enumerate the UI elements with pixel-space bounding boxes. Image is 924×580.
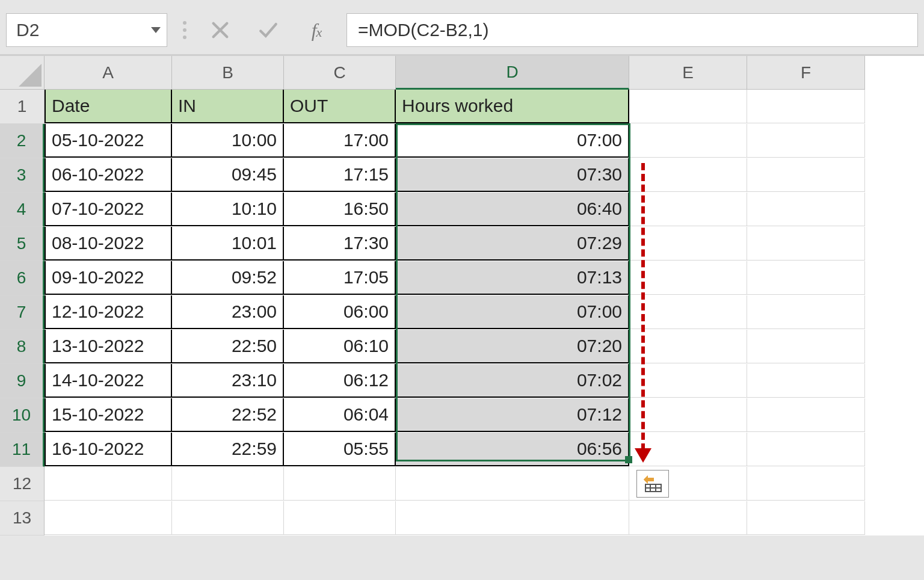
row-header-5[interactable]: 5 (0, 227, 45, 261)
cell-F5[interactable] (747, 227, 865, 261)
cell-E6[interactable] (629, 261, 747, 295)
cell-D10[interactable]: 07:12 (396, 398, 629, 432)
row-header-12[interactable]: 12 (0, 467, 45, 501)
row-header-6[interactable]: 6 (0, 261, 45, 295)
row-header-3[interactable]: 3 (0, 158, 45, 193)
cell-E3[interactable] (629, 158, 747, 192)
cell-B12[interactable] (172, 467, 284, 501)
enter-button[interactable] (256, 18, 280, 42)
cell-A5[interactable]: 08-10-2022 (45, 227, 172, 261)
cell-C9[interactable]: 06:12 (284, 364, 396, 398)
cell-B6[interactable]: 09:52 (172, 261, 284, 295)
cell-D13[interactable] (396, 501, 629, 535)
cell-F12[interactable] (747, 467, 865, 501)
cell-F6[interactable] (747, 261, 865, 295)
cell-D1[interactable]: Hours worked (396, 90, 629, 123)
cell-E7[interactable] (629, 295, 747, 329)
select-all-triangle[interactable] (0, 56, 45, 90)
cell-F2[interactable] (747, 124, 865, 158)
cell-D5[interactable]: 07:29 (396, 227, 629, 261)
cell-E13[interactable] (629, 501, 747, 535)
cell-A6[interactable]: 09-10-2022 (45, 261, 172, 295)
row-header-8[interactable]: 8 (0, 330, 45, 364)
cell-C4[interactable]: 16:50 (284, 193, 396, 226)
cell-A2[interactable]: 05-10-2022 (45, 124, 172, 158)
cell-A3[interactable]: 06-10-2022 (45, 158, 172, 192)
cell-B13[interactable] (172, 501, 284, 535)
cell-C7[interactable]: 06:00 (284, 295, 396, 329)
row-header-7[interactable]: 7 (0, 295, 45, 330)
cell-A8[interactable]: 13-10-2022 (45, 330, 172, 363)
cell-D12[interactable] (396, 467, 629, 501)
cell-A13[interactable] (45, 501, 172, 535)
col-header-A[interactable]: A (45, 56, 172, 90)
cell-B5[interactable]: 10:01 (172, 227, 284, 261)
cell-F1[interactable] (747, 90, 865, 123)
insert-function-button[interactable]: fx (304, 18, 328, 42)
cell-C3[interactable]: 17:15 (284, 158, 396, 192)
cell-F13[interactable] (747, 501, 865, 535)
cell-B4[interactable]: 10:10 (172, 193, 284, 226)
cell-E2[interactable] (629, 124, 747, 158)
cell-A1[interactable]: Date (45, 90, 172, 123)
cell-F11[interactable] (747, 433, 865, 466)
cell-B9[interactable]: 23:10 (172, 364, 284, 398)
cell-A9[interactable]: 14-10-2022 (45, 364, 172, 398)
cell-B1[interactable]: IN (172, 90, 284, 123)
cell-E4[interactable] (629, 193, 747, 226)
formula-input[interactable]: =MOD(C2-B2,1) (346, 13, 918, 47)
cell-B7[interactable]: 23:00 (172, 295, 284, 329)
cell-C1[interactable]: OUT (284, 90, 396, 123)
cell-C2[interactable]: 17:00 (284, 124, 396, 158)
cell-B2[interactable]: 10:00 (172, 124, 284, 158)
cell-D4[interactable]: 06:40 (396, 193, 629, 226)
cell-A7[interactable]: 12-10-2022 (45, 295, 172, 329)
cell-E5[interactable] (629, 227, 747, 261)
cell-D3[interactable]: 07:30 (396, 158, 629, 192)
cell-A10[interactable]: 15-10-2022 (45, 398, 172, 432)
cell-A4[interactable]: 07-10-2022 (45, 193, 172, 226)
row-header-4[interactable]: 4 (0, 193, 45, 227)
cell-A12[interactable] (45, 467, 172, 501)
cell-D9[interactable]: 07:02 (396, 364, 629, 398)
col-header-C[interactable]: C (284, 56, 396, 90)
cell-C12[interactable] (284, 467, 396, 501)
cell-F10[interactable] (747, 398, 865, 432)
chevron-down-icon[interactable] (151, 27, 161, 33)
cell-D2[interactable]: 07:00 (396, 124, 629, 158)
cell-C6[interactable]: 17:05 (284, 261, 396, 295)
cell-F4[interactable] (747, 193, 865, 226)
row-header-10[interactable]: 10 (0, 398, 45, 433)
col-header-D[interactable]: D (396, 56, 629, 90)
cell-B3[interactable]: 09:45 (172, 158, 284, 192)
row-header-2[interactable]: 2 (0, 124, 45, 158)
cell-C5[interactable]: 17:30 (284, 227, 396, 261)
cell-C8[interactable]: 06:10 (284, 330, 396, 363)
cell-F3[interactable] (747, 158, 865, 192)
cell-A11[interactable]: 16-10-2022 (45, 433, 172, 466)
row-header-1[interactable]: 1 (0, 90, 45, 124)
cell-D8[interactable]: 07:20 (396, 330, 629, 363)
cancel-button[interactable] (208, 18, 232, 42)
col-header-F[interactable]: F (747, 56, 865, 90)
cell-E10[interactable] (629, 398, 747, 432)
row-header-9[interactable]: 9 (0, 364, 45, 398)
cell-B10[interactable]: 22:52 (172, 398, 284, 432)
cell-F8[interactable] (747, 330, 865, 363)
cell-C13[interactable] (284, 501, 396, 535)
autofill-options-button[interactable] (636, 470, 669, 498)
col-header-B[interactable]: B (172, 56, 284, 90)
cell-B8[interactable]: 22:50 (172, 330, 284, 363)
cell-D11[interactable]: 06:56 (396, 433, 629, 466)
resize-grip-icon[interactable] (179, 21, 190, 39)
col-header-E[interactable]: E (629, 56, 747, 90)
cell-B11[interactable]: 22:59 (172, 433, 284, 466)
cell-C11[interactable]: 05:55 (284, 433, 396, 466)
name-box[interactable]: D2 (6, 13, 167, 47)
row-header-13[interactable]: 13 (0, 501, 45, 535)
cell-D7[interactable]: 07:00 (396, 295, 629, 329)
cell-C10[interactable]: 06:04 (284, 398, 396, 432)
cell-F9[interactable] (747, 364, 865, 398)
cell-D6[interactable]: 07:13 (396, 261, 629, 295)
cell-E9[interactable] (629, 364, 747, 398)
